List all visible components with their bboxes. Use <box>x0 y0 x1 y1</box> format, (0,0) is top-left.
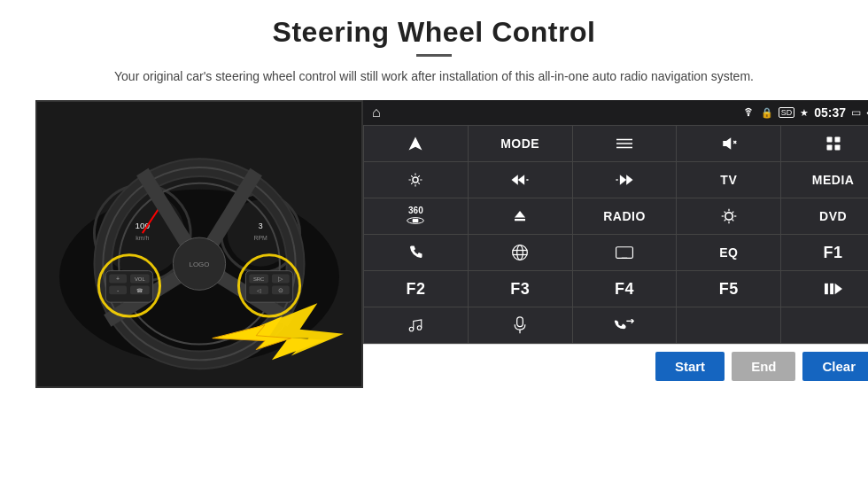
grid-f4[interactable]: F4 <box>573 271 677 307</box>
svg-line-74 <box>732 212 733 214</box>
svg-marker-60 <box>620 175 626 185</box>
grid-settings[interactable] <box>364 162 468 198</box>
svg-text:SRC: SRC <box>253 276 265 282</box>
grid-f5[interactable]: F5 <box>677 271 780 307</box>
svg-marker-49 <box>723 137 731 150</box>
grid-apps[interactable] <box>781 126 868 161</box>
svg-rect-55 <box>834 145 840 151</box>
svg-marker-57 <box>512 175 518 185</box>
grid-empty-2 <box>781 307 868 343</box>
grid-f1[interactable]: F1 <box>781 235 868 270</box>
svg-rect-66 <box>515 219 525 221</box>
grid-answer[interactable] <box>573 307 677 343</box>
svg-point-86 <box>418 326 422 330</box>
grid-eq[interactable]: EQ <box>677 235 780 270</box>
svg-rect-83 <box>830 284 833 294</box>
grid-eject[interactable] <box>469 198 572 234</box>
svg-text:☎: ☎ <box>136 288 143 293</box>
wifi-icon <box>741 106 756 120</box>
svg-text:-: - <box>117 287 119 293</box>
svg-rect-54 <box>826 145 832 151</box>
start-button[interactable]: Start <box>655 352 725 381</box>
grid-f2[interactable]: F2 <box>364 271 468 307</box>
grid-prev[interactable] <box>469 162 572 198</box>
page-title: Steering Wheel Control <box>273 16 596 49</box>
clear-button[interactable]: Clear <box>802 352 868 381</box>
svg-text:RPM: RPM <box>253 235 267 241</box>
svg-rect-52 <box>826 137 832 143</box>
content-row: 100 km/h 3 RPM <box>35 100 833 388</box>
grid-music[interactable] <box>364 307 468 343</box>
svg-marker-84 <box>834 284 841 294</box>
grid-dvd[interactable]: DVD <box>781 198 868 234</box>
screen-icon: ▭ <box>851 106 861 119</box>
svg-point-56 <box>413 177 418 183</box>
svg-point-76 <box>513 245 528 260</box>
grid-radio[interactable]: RADIO <box>573 198 677 234</box>
svg-marker-61 <box>626 175 632 185</box>
svg-point-85 <box>410 327 415 331</box>
grid-list[interactable] <box>573 126 677 161</box>
grid-mic[interactable] <box>469 307 572 343</box>
svg-text:+: + <box>116 276 120 282</box>
status-right: 🔒 SD ★ 05:37 ▭ ↩ <box>741 105 868 120</box>
svg-marker-58 <box>518 175 524 185</box>
grid-empty-1 <box>677 307 780 343</box>
radio-ui: ⌂ 🔒 SD ★ 05:37 ▭ ↩ <box>363 100 868 344</box>
svg-line-75 <box>724 220 725 222</box>
grid-phone[interactable] <box>364 235 468 270</box>
grid-play-pause[interactable] <box>781 271 868 307</box>
grid-internet[interactable] <box>469 235 572 270</box>
grid-display[interactable] <box>573 235 677 270</box>
svg-point-44 <box>747 113 748 115</box>
grid-tv[interactable]: TV <box>677 162 780 198</box>
right-panel: ⌂ 🔒 SD ★ 05:37 ▭ ↩ <box>363 100 868 388</box>
grid-360cam[interactable]: 360 <box>364 198 468 234</box>
grid-mute[interactable] <box>677 126 780 161</box>
svg-marker-65 <box>515 211 525 218</box>
svg-rect-53 <box>834 137 840 143</box>
home-icon[interactable]: ⌂ <box>372 105 381 120</box>
svg-rect-87 <box>517 317 523 327</box>
status-bar: ⌂ 🔒 SD ★ 05:37 ▭ ↩ <box>363 100 868 125</box>
svg-text:LOGO: LOGO <box>190 260 210 268</box>
svg-text:⊙: ⊙ <box>278 287 283 293</box>
bottom-bar: Start End Clear <box>363 344 868 388</box>
end-button[interactable]: End <box>732 352 795 381</box>
sd-icon: SD <box>779 107 795 118</box>
grid-next[interactable] <box>573 162 677 198</box>
svg-point-77 <box>517 245 523 260</box>
bt-icon: ★ <box>800 107 809 119</box>
svg-rect-82 <box>825 284 828 294</box>
svg-line-72 <box>724 212 725 214</box>
grid-navigate[interactable] <box>364 126 468 161</box>
svg-rect-64 <box>413 219 419 222</box>
steering-wheel-image: 100 km/h 3 RPM <box>35 100 363 388</box>
grid-mode[interactable]: MODE <box>469 126 572 161</box>
svg-text:3: 3 <box>259 222 263 230</box>
svg-marker-45 <box>409 137 422 151</box>
status-time: 05:37 <box>814 105 846 120</box>
grid-media[interactable]: MEDIA <box>781 162 868 198</box>
svg-rect-80 <box>616 247 633 259</box>
svg-line-73 <box>732 220 733 222</box>
page-wrapper: Steering Wheel Control Your original car… <box>0 0 868 482</box>
svg-text:km/h: km/h <box>136 235 149 241</box>
svg-point-67 <box>725 213 732 220</box>
svg-text:◁: ◁ <box>257 288 261 293</box>
svg-text:VOL: VOL <box>135 276 146 282</box>
title-divider <box>416 54 452 57</box>
grid-brightness[interactable] <box>677 198 780 234</box>
page-subtitle: Your original car's steering wheel contr… <box>114 67 754 86</box>
grid-f3[interactable]: F3 <box>469 271 572 307</box>
lock-icon: 🔒 <box>761 107 773 119</box>
button-grid: MODE <box>363 125 868 344</box>
